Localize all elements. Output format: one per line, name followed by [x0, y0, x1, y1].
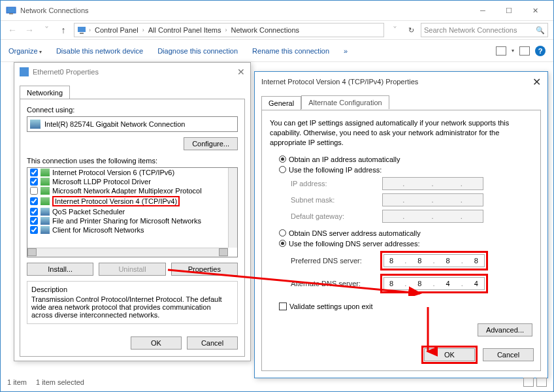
properties-button[interactable]: Properties [171, 263, 238, 276]
list-item[interactable]: Microsoft LLDP Protocol Driver [27, 177, 237, 186]
chevron-down-icon: ▾ [512, 48, 514, 54]
cancel-button[interactable]: Cancel [187, 336, 238, 350]
preview-pane-icon[interactable] [519, 46, 530, 56]
radio-auto-dns[interactable]: Obtain DNS server address automatically [279, 229, 532, 237]
ok-button[interactable]: OK [424, 348, 475, 361]
protocol-list[interactable]: Internet Protocol Version 6 (TCP/IPv6)Mi… [27, 167, 238, 257]
tab-general[interactable]: General [261, 96, 301, 110]
item-checkbox[interactable] [30, 226, 38, 234]
crumb-history[interactable]: ˅ [388, 25, 401, 35]
item-label: QoS Packet Scheduler [52, 208, 125, 216]
dns-highlight: 8.8.4.4 [380, 274, 488, 293]
adapter-name: Intel(R) 82574L Gigabit Network Connecti… [44, 120, 185, 128]
dialog-title: Ethernet0 Properties [33, 68, 99, 76]
list-item[interactable]: Internet Protocol Version 4 (TCP/IPv4) [27, 195, 237, 207]
forward-button[interactable]: → [23, 25, 36, 35]
view-layout-icon[interactable] [496, 46, 506, 56]
list-item[interactable]: QoS Packet Scheduler [27, 207, 237, 216]
crumb-item[interactable]: Control Panel [93, 26, 140, 34]
refresh-button[interactable]: ↻ [405, 26, 417, 35]
chevron-right-icon: › [224, 27, 229, 33]
radio-static-ip[interactable]: Use the following IP address: [279, 166, 532, 174]
install-button[interactable]: Install... [27, 263, 93, 276]
protocol-icon [41, 169, 50, 176]
window-titlebar: Network Connections ─ ☐ ✕ [1, 1, 553, 20]
items-label: This connection uses the following items… [27, 154, 238, 165]
validate-checkbox[interactable]: Validate settings upon exit [279, 302, 532, 310]
configure-button[interactable]: Configure... [184, 137, 238, 150]
view-details-icon[interactable] [523, 378, 534, 387]
crumb-item[interactable]: All Control Panel Items [147, 26, 223, 34]
close-icon[interactable]: ✕ [532, 76, 541, 88]
item-label: Microsoft Network Adapter Multiplexor Pr… [52, 187, 202, 195]
checkbox-icon [279, 302, 287, 310]
gateway-label: Default gateway: [291, 212, 382, 220]
item-checkbox[interactable] [30, 208, 38, 216]
search-input[interactable]: Search Network Connections 🔍 [421, 23, 548, 37]
chevron-right-icon: › [88, 27, 92, 33]
cancel-button[interactable]: Cancel [483, 348, 534, 361]
radio-auto-ip[interactable]: Obtain an IP address automatically [279, 155, 532, 163]
svg-rect-2 [78, 27, 86, 32]
list-item[interactable]: File and Printer Sharing for Microsoft N… [27, 216, 237, 225]
crumb-item[interactable]: Network Connections [230, 26, 301, 34]
ethernet-properties-dialog: Ethernet0 Properties ✕ Networking Connec… [14, 62, 251, 361]
item-label: File and Printer Sharing for Microsoft N… [52, 217, 201, 225]
rename-button[interactable]: Rename this connection [252, 47, 329, 55]
close-icon[interactable]: ✕ [237, 67, 245, 77]
ip-address-input: ... [382, 177, 483, 190]
tab-alternate[interactable]: Alternate Configuration [301, 95, 389, 109]
dialog-title: Internet Protocol Version 4 (TCP/IPv4) P… [261, 78, 418, 86]
toolbar: Organize Disable this network device Dia… [1, 40, 553, 62]
recent-dropdown[interactable]: ˅ [40, 25, 53, 35]
item-label: Internet Protocol Version 4 (TCP/IPv4) [52, 196, 180, 206]
adapter-field[interactable]: Intel(R) 82574L Gigabit Network Connecti… [27, 116, 238, 132]
item-checkbox[interactable] [30, 217, 38, 225]
tab-networking[interactable]: Networking [20, 86, 70, 99]
status-bar: 1 item 1 item selected [7, 374, 547, 390]
item-count: 1 item [7, 378, 27, 386]
chevron-right-icon: › [141, 27, 146, 33]
item-checkbox[interactable] [30, 178, 38, 186]
radio-static-dns[interactable]: Use the following DNS server addresses: [279, 240, 532, 248]
item-label: Client for Microsoft Networks [52, 226, 144, 234]
protocol-icon [41, 187, 50, 195]
connect-using-label: Connect using: [27, 106, 238, 114]
help-icon[interactable]: ? [535, 46, 546, 56]
ok-button[interactable]: OK [131, 336, 182, 350]
organize-menu[interactable]: Organize [8, 47, 42, 55]
close-button[interactable]: ✕ [522, 1, 548, 20]
alternate-dns-input[interactable]: 8.8.4.4 [383, 277, 485, 290]
preferred-dns-input[interactable]: 8.8.8.8 [383, 254, 485, 267]
up-button[interactable]: ↑ [57, 25, 70, 35]
subnet-mask-input: ... [382, 193, 483, 206]
window-title: Network Connections [20, 7, 89, 14]
item-checkbox[interactable] [30, 197, 38, 205]
search-icon: 🔍 [536, 26, 545, 35]
description-box: Description Transmission Control Protoco… [27, 281, 238, 324]
radio-icon [279, 229, 286, 237]
selection-count: 1 item selected [36, 378, 84, 386]
diagnose-button[interactable]: Diagnose this connection [157, 47, 238, 55]
disable-device-button[interactable]: Disable this network device [56, 47, 143, 55]
svg-rect-1 [9, 13, 13, 14]
list-item[interactable]: Microsoft Network Adapter Multiplexor Pr… [27, 186, 237, 195]
item-label: Microsoft LLDP Protocol Driver [52, 178, 151, 186]
item-checkbox[interactable] [30, 169, 38, 176]
item-label: Internet Protocol Version 6 (TCP/IPv6) [52, 169, 174, 176]
more-commands[interactable]: » [344, 47, 348, 55]
maximize-button[interactable]: ☐ [496, 1, 522, 20]
item-checkbox[interactable] [30, 187, 38, 195]
breadcrumb[interactable]: › Control Panel › All Control Panel Item… [74, 23, 384, 37]
scrollbar-horizontal[interactable] [27, 248, 228, 257]
list-item[interactable]: Client for Microsoft Networks [27, 225, 237, 235]
client-icon [41, 208, 50, 216]
advanced-button[interactable]: Advanced... [478, 323, 532, 336]
scrollbar-vertical[interactable] [228, 168, 237, 248]
network-icon [20, 67, 29, 76]
back-button[interactable]: ← [6, 25, 19, 35]
view-large-icon[interactable] [536, 378, 547, 387]
list-item[interactable]: Internet Protocol Version 6 (TCP/IPv6) [27, 168, 237, 177]
svg-rect-3 [80, 33, 84, 34]
minimize-button[interactable]: ─ [470, 1, 496, 20]
